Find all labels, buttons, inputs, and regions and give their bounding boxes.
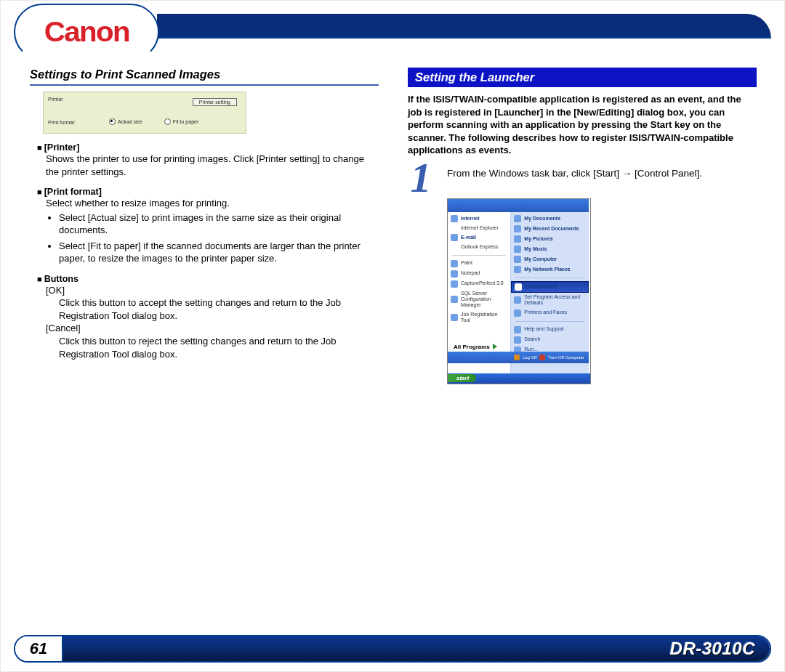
xp-right-column: My Documents My Recent Documents My Pict… [511,199,589,373]
sql-icon [451,296,458,303]
paint-icon [451,260,458,267]
step-text: From the Windows task bar, click [Start]… [447,167,702,180]
launcher-intro: If the ISIS/TWAIN-compatible application… [408,93,757,157]
control-panel-icon [515,283,522,291]
body-print-format-lead: Select whether to resize images for prin… [46,197,379,210]
model-label: DR-3010C [670,639,755,659]
search-icon [514,336,521,344]
radio-dot-icon [164,118,171,125]
manual-page: Canon Settings to Print Scanned Images P… [0,0,785,672]
cancel-body: Click this button to reject the setting … [59,335,379,360]
xp-mynet[interactable]: My Network Places [524,267,570,272]
cancel-label: [Cancel] [46,322,379,335]
jobreg-icon [451,314,458,321]
folder-icon [514,235,521,243]
top-band: Canon [1,1,784,43]
xp-email[interactable]: E-mail [461,235,476,240]
xp-printers[interactable]: Printers and Faxes [524,309,567,315]
xp-mymusic[interactable]: My Music [524,246,547,252]
logo-tab: Canon [14,4,159,60]
capture-icon [451,280,458,288]
right-column: Setting the Launcher If the ISIS/TWAIN-c… [408,68,757,384]
printer-setting-button[interactable]: Printer setting [193,98,237,106]
xp-myrecent[interactable]: My Recent Documents [524,226,579,232]
printer-icon [514,309,521,317]
chevron-right-icon [493,344,497,349]
print-format-radios: Actual size Fit to paper [109,118,198,125]
computer-icon [514,256,521,263]
radio-fit-to-paper[interactable]: Fit to paper [164,118,198,125]
xp-help[interactable]: Help and Support [524,326,563,332]
step-number: 1 [408,167,434,188]
subhead-buttons: Buttons [37,274,379,284]
xp-left-column: Internet Internet Explorer E-mail Outloo… [448,199,511,373]
page-number: 61 [15,636,62,661]
brand-logo: Canon [44,17,129,48]
xp-email-sub: Outlook Express [448,243,510,251]
bullet-actual-size: Select [Actual size] to print images in … [59,211,379,237]
printer-options-panel: Printer Printer setting Print format: Ac… [43,92,246,134]
bullet-fit-to-paper: Select [Fit to paper] if the scanned doc… [59,240,379,265]
footer-bar: 61 DR-3010C [14,635,771,663]
xp-logoff[interactable]: Log Off [523,355,537,360]
power-icon [539,355,545,360]
folder-icon [514,215,521,222]
ok-label: [OK] [46,284,379,297]
network-icon [514,266,521,273]
help-icon [514,326,521,333]
top-rule [157,14,771,39]
body-printer: Shows the printer to use for printing im… [46,153,379,178]
xp-footer-bar: Log Off Turn Off Computer [448,352,589,363]
label-print-format: Print format: [48,120,76,125]
label-printer: Printer [48,97,63,102]
xp-paint[interactable]: Paint [461,260,472,266]
xp-sql[interactable]: SQL Server Configuration Manager [461,291,507,309]
xp-mypics[interactable]: My Pictures [524,236,552,242]
footer-fill: DR-3010C [62,636,770,661]
ok-body: Click this button to accept the setting … [59,296,379,322]
start-button[interactable]: start [448,374,476,382]
xp-user-header [448,199,589,212]
content-columns: Settings to Print Scanned Images Printer… [30,68,757,384]
radio-fit-label: Fit to paper [173,119,198,124]
email-icon [451,234,458,241]
left-column: Settings to Print Scanned Images Printer… [30,68,379,384]
xp-internet-sub: Internet Explorer [448,224,510,232]
xp-taskbar: start [448,373,590,384]
xp-search[interactable]: Search [524,336,540,342]
section-heading-left: Settings to Print Scanned Images [30,68,379,86]
xp-setprog[interactable]: Set Program Access and Defaults [524,294,586,307]
internet-icon [451,215,458,222]
print-format-bullets: Select [Actual size] to print images in … [59,211,379,265]
xp-jobreg[interactable]: Job Registration Tool [461,312,507,324]
xp-start-menu-screenshot: Internet Internet Explorer E-mail Outloo… [447,198,591,384]
xp-capture[interactable]: CapturePerfect 3.0 [461,280,504,286]
banner-setting-launcher: Setting the Launcher [408,68,757,87]
subhead-printer: [Printer] [37,142,379,153]
folder-icon [514,225,521,232]
notepad-icon [451,270,458,278]
radio-actual-size[interactable]: Actual size [109,118,142,125]
radio-actual-label: Actual size [118,119,142,124]
xp-mydocs[interactable]: My Documents [524,216,560,222]
xp-notepad[interactable]: Notepad [461,270,480,276]
xp-internet[interactable]: Internet [461,216,480,222]
logoff-icon [514,355,520,360]
xp-turnoff[interactable]: Turn Off Computer [548,355,584,360]
radio-dot-icon [109,118,116,125]
xp-all-programs[interactable]: All Programs [454,344,497,350]
step-row-1: 1 From the Windows task bar, click [Star… [408,167,757,188]
folder-icon [514,246,521,253]
setprog-icon [514,296,521,304]
xp-mycomp[interactable]: My Computer [524,256,557,262]
xp-control-panel[interactable]: Control Panel [525,284,558,290]
xp-all-programs-label: All Programs [454,344,490,350]
subhead-print-format: [Print format] [37,187,379,197]
